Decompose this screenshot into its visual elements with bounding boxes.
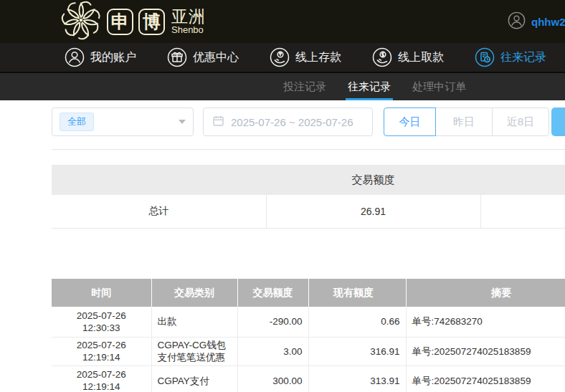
col-header-memo: 摘要: [406, 279, 565, 307]
promotions-icon: [167, 47, 187, 67]
deposit-icon: [270, 47, 290, 67]
date-range-input[interactable]: 2025-07-26 ~ 2025-07-26: [203, 107, 373, 136]
summary-header-empty: [480, 165, 565, 195]
username-label: qhhw2: [531, 16, 565, 28]
cell-memo: 单号:202507274025183859: [406, 337, 565, 365]
summary-total-value: 26.91: [266, 195, 480, 228]
table-row: 2025-07-26 12:19:14 CGPAY-CG钱包支付笔笔送优惠 3.…: [52, 337, 565, 365]
cell-balance: 316.91: [308, 337, 406, 365]
topbar: 申 博 亚洲 Shenbo qhhw2: [0, 0, 565, 43]
brand-region-label: 亚洲: [171, 8, 206, 25]
cell-type: CGPAY支付: [151, 365, 237, 392]
col-header-balance: 现有额度: [308, 279, 406, 307]
quick-button-label: 今日: [399, 115, 421, 129]
nav-item-label: 往来记录: [500, 50, 546, 65]
calendar-icon: [212, 115, 224, 129]
brand-latin-label: Shenbo: [171, 25, 206, 35]
nav-item-label: 线上存款: [295, 50, 341, 65]
table-row: 2025-07-26 12:30:33 出款 -290.00 0.66 单号:7…: [52, 307, 565, 337]
quick-button-label: 近8日: [507, 115, 534, 129]
record-tabs: 投注记录 往来记录 处理中订单: [0, 73, 565, 100]
table-row: 2025-07-26 12:19:14 CGPAY支付 300.00 313.9…: [52, 365, 565, 392]
cell-time: 2025-07-26 12:19:14: [52, 337, 151, 365]
tab-transaction-records[interactable]: 往来记录: [348, 73, 391, 100]
nav-item-label: 线上取款: [398, 50, 444, 65]
date-range-value: 2025-07-26 ~ 2025-07-26: [231, 116, 353, 128]
col-header-time: 时间: [52, 279, 151, 307]
section-divider: [52, 149, 565, 150]
active-tab-underline: [346, 98, 393, 100]
cell-time: 2025-07-26 12:30:33: [52, 307, 151, 337]
cell-balance: 313.91: [308, 365, 406, 392]
user-avatar-icon: [508, 11, 526, 32]
nav-item-label: 我的账户: [90, 50, 136, 65]
summary-table: 交易额度 总计 26.91: [52, 165, 565, 229]
caret-down-icon: [179, 120, 186, 124]
brand-char-shen: 申: [107, 9, 133, 35]
cell-time: 2025-07-26 12:19:14: [52, 365, 151, 392]
account-icon: [65, 47, 85, 67]
nav-item-promotions[interactable]: 优惠中心: [167, 47, 239, 67]
summary-empty-cell: [480, 195, 565, 228]
nav-item-records[interactable]: 往来记录: [475, 47, 546, 67]
tab-pending-orders[interactable]: 处理中订单: [412, 73, 466, 100]
summary-total-row: 总计 26.91: [52, 195, 565, 228]
type-select[interactable]: 全部: [52, 107, 194, 136]
nav-item-my-account[interactable]: 我的账户: [65, 47, 136, 67]
cell-amount: 300.00: [237, 365, 308, 392]
main-nav: 我的账户 优惠中心 线上存款 线上: [0, 43, 565, 73]
quick-date-buttons: 今日 昨日 近8日: [384, 107, 549, 136]
today-button[interactable]: 今日: [384, 107, 436, 136]
col-header-type: 交易类别: [151, 279, 237, 307]
nav-item-label: 优惠中心: [193, 50, 239, 65]
records-icon: [475, 47, 495, 67]
cell-type: 出款: [151, 307, 237, 337]
last-8-days-button[interactable]: 近8日: [492, 107, 549, 136]
cell-amount: -290.00: [237, 307, 308, 337]
cell-memo: 单号:202507274025183859: [406, 365, 565, 392]
type-select-tag: 全部: [60, 113, 94, 131]
transactions-header-row: 时间 交易类别 交易额度 现有额度 摘要: [52, 279, 565, 307]
brand-char-bo: 博: [138, 9, 165, 35]
summary-header-empty: [52, 165, 266, 195]
search-button-cut-off[interactable]: [551, 107, 565, 136]
filter-row: 全部 2025-07-26 ~ 2025-07-26 今日 昨日 近8日: [52, 107, 565, 136]
quick-button-label: 昨日: [453, 115, 475, 129]
cell-type: CGPAY-CG钱包支付笔笔送优惠: [151, 337, 237, 365]
withdraw-icon: [372, 47, 392, 67]
tab-label: 往来记录: [348, 80, 391, 94]
cell-amount: 3.00: [237, 337, 308, 365]
transactions-table: 时间 交易类别 交易额度 现有额度 摘要 2025-07-26 12:30:33…: [52, 279, 565, 392]
tab-bet-records[interactable]: 投注记录: [283, 73, 326, 100]
summary-header-amount: 交易额度: [266, 165, 480, 195]
tab-label: 投注记录: [283, 80, 326, 94]
cell-balance: 0.66: [308, 307, 406, 337]
user-account[interactable]: qhhw2: [508, 0, 565, 43]
yesterday-button[interactable]: 昨日: [435, 107, 493, 136]
flower-logo-icon: [60, 0, 102, 44]
tab-label: 处理中订单: [412, 80, 466, 94]
summary-header-row: 交易额度: [52, 165, 565, 195]
col-header-amount: 交易额度: [237, 279, 308, 307]
summary-total-label: 总计: [52, 195, 266, 228]
cell-memo: 单号:742683270: [406, 307, 565, 337]
brand-logo: 申 博 亚洲 Shenbo: [60, 1, 206, 42]
nav-item-deposit[interactable]: 线上存款: [270, 47, 341, 67]
brand-wordmark: 亚洲 Shenbo: [171, 8, 206, 35]
nav-item-withdraw[interactable]: 线上取款: [372, 47, 444, 67]
